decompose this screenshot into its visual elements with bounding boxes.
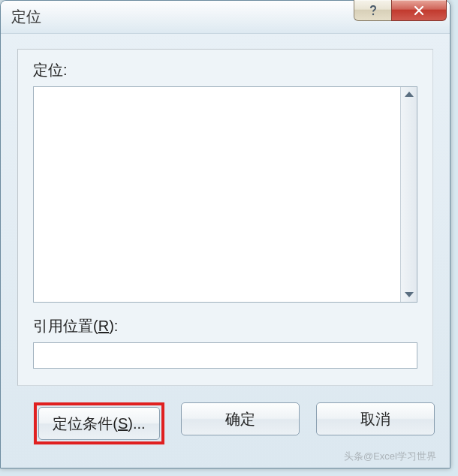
cancel-button[interactable]: 取消 bbox=[316, 402, 435, 435]
scroll-down-icon[interactable] bbox=[405, 292, 414, 297]
help-icon bbox=[367, 5, 379, 17]
help-button[interactable] bbox=[354, 0, 391, 21]
dialog-body: 定位: 引用位置(R): 定位条件(S)... 确定 取消 bbox=[1, 34, 450, 458]
dialog-title: 定位 bbox=[11, 7, 41, 27]
special-button[interactable]: 定位条件(S)... bbox=[38, 407, 160, 440]
titlebar-buttons bbox=[354, 0, 447, 21]
goto-label: 定位: bbox=[33, 60, 417, 80]
reference-label: 引用位置(R): bbox=[33, 316, 417, 336]
highlight-special: 定位条件(S)... bbox=[34, 402, 164, 444]
svg-point-0 bbox=[372, 13, 373, 14]
goto-listbox[interactable] bbox=[33, 86, 417, 303]
goto-dialog: 定位 定位: 引用位置(R): bbox=[0, 0, 450, 468]
button-row: 定位条件(S)... 确定 取消 bbox=[17, 386, 433, 444]
reference-input[interactable] bbox=[33, 342, 417, 369]
close-button[interactable] bbox=[391, 0, 447, 21]
listbox-content bbox=[34, 87, 400, 302]
scroll-up-icon[interactable] bbox=[405, 92, 414, 97]
close-icon bbox=[412, 5, 426, 16]
titlebar[interactable]: 定位 bbox=[1, 1, 450, 34]
content-panel: 定位: 引用位置(R): bbox=[17, 49, 433, 386]
ok-button[interactable]: 确定 bbox=[181, 402, 300, 435]
scrollbar[interactable] bbox=[400, 87, 417, 302]
